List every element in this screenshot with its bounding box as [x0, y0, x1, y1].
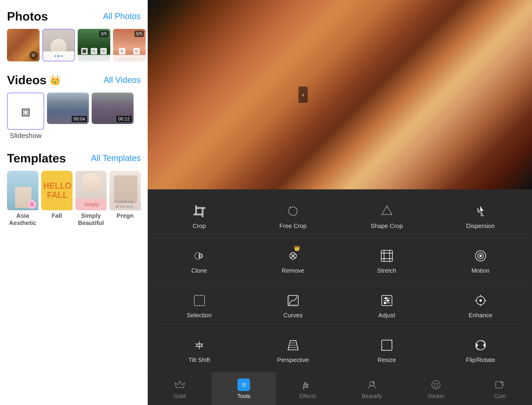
crown-icon	[174, 378, 186, 391]
template-asia-label: AsiaAesthetic	[7, 212, 38, 227]
template-fall-label: Fall	[41, 212, 73, 219]
videos-crown-icon: 👑	[49, 75, 61, 86]
all-templates-link[interactable]: All Templates	[91, 153, 141, 163]
tools-panel: Crop Free Crop Shape Crop	[148, 189, 532, 405]
videos-grid: ⧈ Slideshow 00:04 00:12	[7, 93, 141, 140]
tool-enhance[interactable]: Enhance	[434, 286, 527, 325]
crop-label: Crop	[193, 223, 206, 230]
tool-resize[interactable]: Resize	[340, 330, 434, 370]
templates-title: Templates	[7, 151, 66, 165]
svg-rect-2	[202, 209, 203, 217]
tool-adjust[interactable]: Adjust	[340, 286, 434, 325]
tools-row-4: Tilt Shift Perspective Resize Flip/Rotat…	[148, 328, 532, 372]
video-thumb-1[interactable]: 00:04	[47, 93, 89, 124]
tool-dispersion[interactable]: Dispersion	[434, 196, 527, 236]
template-asia[interactable]: 🌸 AsiaAesthetic	[7, 171, 38, 227]
right-panel: ‹ Crop Free Crop Shape Crop	[148, 0, 532, 405]
tool-curves[interactable]: Curves	[246, 286, 340, 325]
adjust-label: Adjust	[378, 312, 395, 319]
nav-sticker[interactable]: Sticker	[404, 373, 468, 405]
svg-point-28	[385, 297, 387, 299]
photos-section-header: Photos All Photos	[7, 9, 141, 23]
left-panel: Photos All Photos ℗ 3/5 ⬛ fx fx ···	[0, 0, 148, 405]
stretch-icon	[378, 248, 395, 264]
tool-stretch[interactable]: Stretch	[340, 241, 434, 281]
svg-marker-5	[481, 207, 483, 211]
resize-label: Resize	[377, 356, 396, 364]
tool-flip-rotate[interactable]: Flip/Rotate	[434, 330, 527, 370]
template-fall[interactable]: HELLOFALL Fall	[41, 171, 73, 227]
nav-gold-label: Gold	[174, 393, 186, 399]
bottom-navigation: Gold Tools fx Effects Beautify	[148, 372, 532, 405]
picsart-logo-1: ℗	[29, 51, 38, 60]
clone-label: Clone	[191, 267, 207, 274]
sticker-icon	[430, 378, 442, 391]
nav-effects[interactable]: fx Effects	[276, 373, 340, 405]
tool-selection[interactable]: Selection	[152, 286, 246, 325]
tools-row-1: Crop Free Crop Shape Crop	[148, 194, 532, 238]
tool-clone[interactable]: Clone	[152, 241, 246, 281]
svg-point-58	[434, 383, 435, 384]
photo-thumb-3[interactable]: 3/5 ⬛ fx fx ···	[78, 29, 110, 61]
motion-label: Motion	[471, 267, 489, 274]
tool-motion[interactable]: Motion	[434, 241, 527, 281]
photo-thumb-2[interactable]	[42, 29, 75, 61]
tilt-shift-label: Tilt Shift	[189, 356, 210, 364]
nav-gold[interactable]: Gold	[148, 373, 212, 405]
free-crop-label: Free Crop	[279, 223, 307, 230]
svg-marker-4	[382, 206, 392, 215]
template-pregn[interactable]: it could not...all the love... Pregn	[109, 171, 141, 227]
nav-cutout-label: Cuto	[494, 393, 506, 399]
nav-cutout[interactable]: Cuto	[468, 373, 532, 405]
dispersion-icon	[472, 203, 489, 220]
svg-point-19	[480, 255, 482, 257]
clone-icon	[191, 248, 208, 264]
all-photos-link[interactable]: All Photos	[103, 11, 141, 21]
svg-point-29	[387, 300, 389, 302]
video-slideshow-item[interactable]: ⧈ Slideshow	[7, 93, 44, 140]
free-crop-icon	[285, 203, 302, 220]
left-arrow-button[interactable]: ‹	[298, 87, 308, 103]
tool-crop[interactable]: Crop	[152, 196, 246, 236]
tool-tilt-shift[interactable]: Tilt Shift	[152, 330, 246, 370]
nav-beautify[interactable]: Beautify	[340, 373, 404, 405]
tool-remove[interactable]: 👑 Remove	[246, 241, 340, 281]
svg-marker-50	[175, 381, 184, 388]
photo-overlay-2	[43, 51, 74, 61]
tilt-shift-icon	[191, 337, 208, 354]
template-simply[interactable]: simply SimplyBeautiful	[75, 171, 107, 227]
svg-rect-0	[196, 206, 196, 214]
videos-title: Videos 👑	[7, 73, 61, 87]
photos-grid: ℗ 3/5 ⬛ fx fx ··· 5/5	[7, 29, 141, 61]
crop-icon	[191, 203, 208, 220]
tools-crop-icon	[237, 378, 250, 391]
svg-text:fx: fx	[303, 381, 309, 389]
photo-thumb-4[interactable]: 5/5 fx fx ···	[113, 29, 146, 61]
selection-label: Selection	[187, 312, 212, 319]
svg-point-56	[372, 382, 374, 383]
fx-icon: fx	[302, 378, 314, 391]
nav-tools[interactable]: Tools	[212, 373, 276, 405]
perspective-icon	[285, 337, 302, 354]
stretch-label: Stretch	[377, 267, 396, 274]
dispersion-label: Dispersion	[466, 223, 495, 230]
tool-shape-crop[interactable]: Shape Crop	[340, 196, 434, 236]
svg-point-57	[432, 381, 440, 389]
shape-crop-icon	[378, 203, 395, 220]
svg-marker-7	[481, 212, 483, 216]
svg-rect-1	[194, 214, 202, 215]
nav-effects-label: Effects	[299, 393, 316, 399]
tool-free-crop[interactable]: Free Crop	[246, 196, 340, 236]
nav-tools-label: Tools	[237, 393, 250, 399]
cutout-icon	[494, 378, 506, 391]
tool-perspective[interactable]: Perspective	[246, 330, 340, 370]
all-videos-link[interactable]: All Videos	[104, 75, 141, 85]
video-duration-2: 00:12	[116, 116, 132, 122]
enhance-label: Enhance	[469, 312, 492, 319]
flip-rotate-icon	[472, 337, 489, 354]
photo-display-area: ‹	[148, 0, 532, 189]
video-thumb-2[interactable]: 00:12	[92, 93, 134, 124]
svg-point-59	[437, 383, 438, 384]
photos-title: Photos	[7, 9, 48, 23]
photo-thumb-1[interactable]: ℗	[7, 29, 40, 61]
